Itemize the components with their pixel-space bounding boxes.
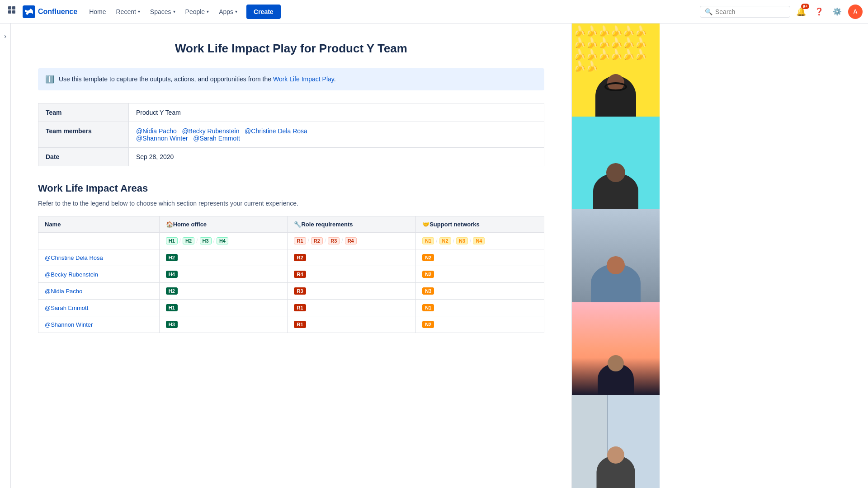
page-title: Work Life Impact Play for Product Y Team: [38, 42, 544, 56]
badge-n4: N4: [473, 237, 485, 244]
member-link-shannon[interactable]: @Shannon Winter: [136, 135, 188, 142]
member-link-nidia[interactable]: @Nidia Pacho: [136, 127, 177, 135]
table-row-date: Date Sep 28, 2020: [38, 148, 544, 166]
member-name-link[interactable]: @Nidia Pacho: [45, 288, 82, 295]
date-value: Sep 28, 2020: [129, 148, 544, 166]
member-link-sarah[interactable]: @Sarah Emmott: [193, 135, 240, 142]
svg-rect-1: [12, 6, 15, 9]
role-badge-value: R1: [294, 321, 306, 328]
work-life-impact-link[interactable]: Work Life Impact Play: [273, 75, 334, 83]
badge-h3: H3: [200, 237, 212, 244]
video-tile-4: [572, 302, 660, 395]
member-name-link[interactable]: @Shannon Winter: [45, 321, 93, 328]
nav-links: Home Recent ▾ Spaces ▾ People ▾ Apps ▾ C…: [85, 5, 696, 19]
row-role-badge: R1: [288, 316, 416, 333]
sidebar-toggle[interactable]: ›: [0, 23, 11, 488]
row-support-badge: N1: [416, 300, 544, 316]
row-member-name: @Becky Rubenstein: [38, 266, 160, 283]
row-role-badge: R3: [288, 283, 416, 300]
support-badge-value: N1: [422, 304, 434, 311]
page-content: Work Life Impact Play for Product Y Team…: [11, 23, 571, 488]
badge-h4: H4: [217, 237, 228, 244]
date-label: Date: [38, 148, 129, 166]
nav-apps[interactable]: Apps ▾: [214, 5, 242, 18]
row-home-badge: H3: [159, 316, 288, 333]
table-row-members: Team members @Nidia Pacho @Becky Rubenst…: [38, 122, 544, 148]
home-badge-value: H1: [166, 304, 178, 311]
home-badge-value: H3: [166, 321, 178, 328]
chevron-down-icon: ▾: [173, 9, 175, 14]
row-role-badge: R2: [288, 249, 416, 266]
team-value: Product Y Team: [129, 103, 544, 122]
grid-apps-icon[interactable]: [5, 4, 19, 19]
badge-header-home: H1 / H2 / H3 / H4: [159, 233, 288, 249]
row-member-name: @Sarah Emmott: [38, 300, 160, 316]
badge-header-support: N1 / N2 / N3 / N4: [416, 233, 544, 249]
confluence-logo-icon: [23, 5, 35, 18]
support-badge-value: N2: [422, 271, 434, 278]
chevron-down-icon: ▾: [138, 9, 140, 14]
home-badge-value: H4: [166, 271, 178, 278]
row-home-badge: H2: [159, 249, 288, 266]
info-icon: ℹ️: [45, 75, 54, 84]
badge-r2: R2: [311, 237, 323, 244]
row-home-badge: H4: [159, 266, 288, 283]
search-box[interactable]: 🔍: [700, 6, 790, 18]
badge-r4: R4: [345, 237, 357, 244]
help-icon: ❓: [815, 7, 824, 16]
row-member-name: @Nidia Pacho: [38, 283, 160, 300]
notification-button[interactable]: 🔔 9+: [794, 5, 808, 19]
support-badge-value: N2: [422, 254, 434, 261]
team-members-label: Team members: [38, 122, 129, 148]
topnav-right-actions: 🔍 🔔 9+ ❓ ⚙️ A: [700, 5, 863, 19]
table-row-team: Team Product Y Team: [38, 103, 544, 122]
info-box: ℹ️ Use this template to capture the outp…: [38, 68, 544, 90]
row-role-badge: R1: [288, 300, 416, 316]
team-members-value: @Nidia Pacho @Becky Rubenstein @Christin…: [129, 122, 544, 148]
info-text: Use this template to capture the outputs…: [59, 75, 336, 84]
areas-table-row: @Nidia PachoH2R3N3: [38, 283, 544, 300]
row-support-badge: N2: [416, 266, 544, 283]
badge-header-role: R1 / R2 / R3 / R4: [288, 233, 416, 249]
video-tile-1: 🍌🍌🍌🍌🍌🍌🍌🍌🍌🍌🍌🍌🍌🍌🍌🍌🍌🍌🍌🍌: [572, 23, 660, 117]
nav-spaces[interactable]: Spaces ▾: [146, 5, 180, 18]
help-button[interactable]: ❓: [812, 5, 826, 19]
video-tile-5: [572, 395, 660, 488]
confluence-logo[interactable]: Confluence: [23, 5, 77, 18]
badge-r3: R3: [328, 237, 340, 244]
row-home-badge: H1: [159, 300, 288, 316]
section-title: Work Life Impact Areas: [38, 183, 544, 194]
nav-recent[interactable]: Recent ▾: [111, 5, 144, 18]
create-button[interactable]: Create: [246, 5, 281, 19]
team-label: Team: [38, 103, 129, 122]
row-support-badge: N3: [416, 283, 544, 300]
top-navigation: Confluence Home Recent ▾ Spaces ▾ People…: [0, 0, 868, 23]
chevron-down-icon: ▾: [235, 9, 237, 14]
info-table: Team Product Y Team Team members @Nidia …: [38, 103, 544, 166]
role-badge-value: R4: [294, 271, 306, 278]
search-icon: 🔍: [705, 8, 712, 15]
role-badge-value: R3: [294, 287, 306, 295]
nav-people[interactable]: People ▾: [181, 5, 214, 18]
badge-r1: R1: [294, 237, 306, 244]
areas-table-row: @Sarah EmmottH1R1N1: [38, 300, 544, 316]
row-member-name: @Shannon Winter: [38, 316, 160, 333]
badge-n1: N1: [422, 237, 434, 244]
member-link-christine[interactable]: @Christine Dela Rosa: [245, 127, 307, 135]
row-support-badge: N2: [416, 316, 544, 333]
member-name-link[interactable]: @Christine Dela Rosa: [45, 254, 103, 261]
areas-table-badge-header: H1 / H2 / H3 / H4 R1 / R2: [38, 233, 544, 249]
support-badge-value: N3: [422, 287, 434, 295]
nav-home[interactable]: Home: [85, 5, 110, 18]
search-input[interactable]: [715, 8, 778, 15]
settings-button[interactable]: ⚙️: [830, 5, 844, 19]
section-subtitle: Refer to the to the legend below to choo…: [38, 200, 544, 207]
member-link-becky[interactable]: @Becky Rubenstein: [182, 127, 239, 135]
areas-table: Name 🏠Home office 🔧Role requirements 🤝Su…: [38, 216, 544, 333]
member-name-link[interactable]: @Becky Rubenstein: [45, 271, 98, 278]
col-header-home: 🏠Home office: [159, 216, 288, 233]
user-avatar[interactable]: A: [848, 5, 863, 19]
role-badge-value: R1: [294, 304, 306, 311]
member-name-link[interactable]: @Sarah Emmott: [45, 305, 88, 311]
home-badge-value: H2: [166, 287, 178, 295]
